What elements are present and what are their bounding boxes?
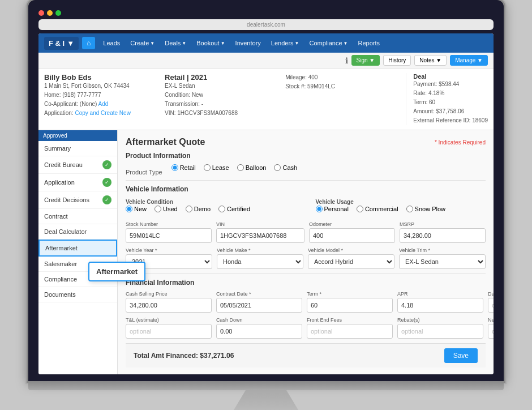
term-input[interactable]	[307, 298, 393, 313]
make-label: Vehicle Make *	[217, 247, 303, 253]
sidebar-item-aftermarket[interactable]: Aftermarket	[38, 240, 117, 257]
sidebar: Approved Summary Credit Bureau ✓ Applica…	[38, 130, 118, 374]
radio-balloon[interactable]: Balloon	[237, 164, 267, 171]
radio-personal-input[interactable]	[316, 206, 323, 212]
deal-section: Deal Payment: $598.44 Rate: 4.18% Term: …	[406, 73, 488, 125]
days-input[interactable]	[488, 298, 494, 313]
total-amt: Total Amt Financed: $37,271.06	[134, 352, 234, 360]
vehicle-trim: EX-L Sedan	[165, 82, 274, 91]
radio-certified-input[interactable]	[218, 206, 225, 212]
front-end-group: Front End Fees	[307, 317, 393, 339]
info-icon: ℹ	[345, 56, 348, 65]
trim-select[interactable]: EX-L Sedan	[399, 254, 486, 269]
radio-used[interactable]: Used	[155, 206, 178, 212]
net-trade-input[interactable]	[488, 324, 494, 339]
history-button[interactable]: History	[383, 55, 411, 66]
make-select[interactable]: Honda	[217, 254, 303, 269]
nav-leads[interactable]: Leads	[98, 36, 125, 50]
radio-demo[interactable]: Demo	[186, 206, 211, 212]
vehicle-section: Retail | 2021 EX-L Sedan Condition: New …	[165, 73, 274, 125]
deal-rate: Rate: 4.18%	[413, 89, 488, 98]
sidebar-item-application[interactable]: Application ✓	[38, 174, 117, 191]
odometer-input[interactable]	[309, 228, 395, 243]
radio-used-input[interactable]	[155, 206, 161, 212]
rebates-input[interactable]	[397, 324, 483, 339]
sidebar-item-contract[interactable]: Contract	[38, 209, 117, 224]
sidebar-item-credit-bureau[interactable]: Credit Bureau ✓	[38, 156, 117, 174]
copy-application-link[interactable]: Copy and Create New	[75, 110, 130, 116]
apr-input[interactable]	[397, 298, 483, 313]
radio-demo-input[interactable]	[186, 206, 192, 212]
rebates-label: Rebate(s)	[397, 317, 483, 323]
msrp-input[interactable]	[400, 228, 486, 243]
stock-input[interactable]	[126, 228, 212, 243]
radio-certified[interactable]: Certified	[218, 206, 250, 212]
brand-logo[interactable]: F & I ▼	[44, 37, 79, 50]
radio-retail[interactable]: Retail	[171, 164, 196, 171]
manage-button[interactable]: Manage ▼	[450, 55, 488, 66]
sidebar-item-deal-calculator[interactable]: Deal Calculator	[38, 224, 117, 240]
financial-section: Financial Information	[126, 279, 486, 287]
sidebar-item-summary[interactable]: Summary	[38, 141, 117, 156]
radio-new-input[interactable]	[126, 206, 132, 212]
radio-snow-plow[interactable]: Snow Plow	[406, 206, 445, 212]
radio-cash[interactable]: Cash	[274, 164, 297, 171]
customer-section: Billy Bob Eds 1 Main St, Fort Gibson, OK…	[44, 73, 153, 125]
rebates-group: Rebate(s)	[397, 317, 483, 339]
sidebar-item-credit-decisions[interactable]: Credit Decisions ✓	[38, 191, 117, 209]
nav-reports[interactable]: Reports	[354, 36, 385, 50]
radio-commercial[interactable]: Commercial	[357, 206, 398, 212]
nav-lenders[interactable]: Lenders ▼	[267, 36, 304, 50]
home-icon: ⌂	[87, 39, 91, 47]
radio-lease-input[interactable]	[204, 164, 211, 171]
notes-button[interactable]: Notes ▼	[414, 55, 447, 66]
nav-create[interactable]: Create ▼	[126, 36, 159, 50]
sign-button[interactable]: Sign ▼	[351, 55, 380, 66]
nav-deals[interactable]: Deals ▼	[160, 36, 191, 50]
close-window-btn[interactable]	[38, 10, 44, 16]
radio-lease[interactable]: Lease	[204, 164, 229, 171]
cash-down-input[interactable]	[216, 324, 302, 339]
minimize-window-btn[interactable]	[47, 10, 53, 16]
maximize-window-btn[interactable]	[55, 10, 61, 16]
radio-snow-plow-input[interactable]	[406, 206, 413, 212]
net-trade-group: Net Trade	[488, 317, 494, 339]
contract-date-group: Contract Date *	[216, 291, 302, 313]
nav-inventory[interactable]: Inventory	[231, 36, 265, 50]
vehicle-info-section: Vehicle Information	[126, 185, 486, 193]
nav-compliance[interactable]: Compliance ▼	[305, 36, 353, 50]
save-button[interactable]: Save	[444, 348, 478, 363]
contract-date-input[interactable]	[216, 298, 302, 313]
radio-balloon-input[interactable]	[237, 164, 244, 171]
tl-input[interactable]	[126, 324, 212, 339]
cash-selling-label: Cash Selling Price	[126, 291, 212, 297]
radio-new[interactable]: New	[126, 206, 147, 212]
vin-input[interactable]	[216, 228, 304, 243]
msrp-label: MSRP	[400, 221, 486, 227]
add-coapplicant-link[interactable]: Add	[98, 101, 109, 107]
vehicle-condition-group: Vehicle Condition New Used Demo	[126, 198, 300, 217]
contract-date-label: Contract Date *	[216, 291, 302, 297]
home-button[interactable]: ⌂	[82, 37, 95, 49]
days-label: Days to 1st Payment	[488, 291, 494, 297]
product-type-row: Product Type Retail Lease Balloon	[126, 164, 486, 176]
sidebar-approved: Approved	[38, 130, 117, 141]
url-bar[interactable]: dealertask.com	[38, 19, 494, 30]
apr-group: APR	[397, 291, 483, 313]
vehicle-retail-year: Retail | 2021	[165, 73, 274, 82]
days-group: Days to 1st Payment	[488, 291, 494, 313]
radio-personal[interactable]: Personal	[316, 206, 349, 212]
radio-retail-input[interactable]	[171, 164, 178, 171]
sidebar-item-documents[interactable]: Documents	[38, 287, 117, 302]
radio-cash-input[interactable]	[274, 164, 281, 171]
vin-label: VIN	[216, 221, 304, 227]
cash-selling-input[interactable]	[126, 298, 212, 313]
deal-term: Term: 60	[413, 98, 488, 107]
nav-bookout[interactable]: Bookout ▼	[192, 36, 229, 50]
model-select[interactable]: Accord Hybrid	[308, 254, 394, 269]
financial-row2: T&L (estimate) Cash Down Front End Fees	[126, 317, 486, 339]
top-navigation: F & I ▼ ⌂ Leads Create ▼ Deals ▼ Bookout…	[38, 33, 494, 53]
radio-commercial-input[interactable]	[357, 206, 363, 212]
front-end-input[interactable]	[307, 324, 393, 339]
application-check: ✓	[102, 178, 111, 187]
